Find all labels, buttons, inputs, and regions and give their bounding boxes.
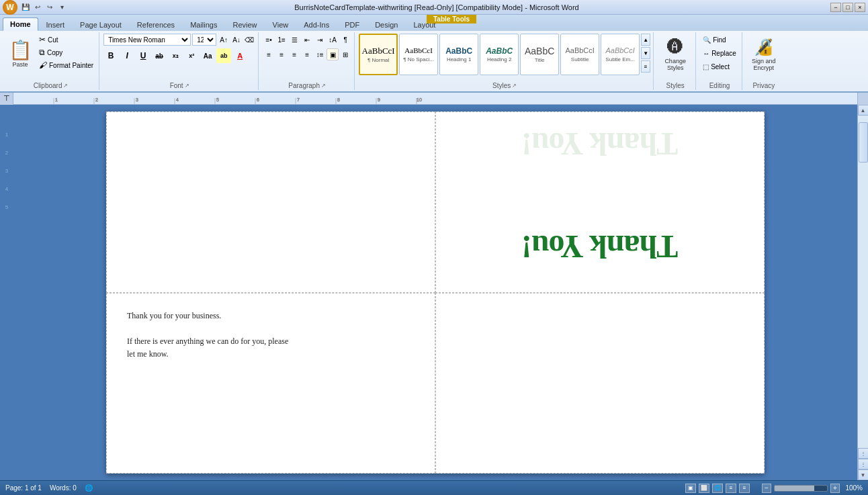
copy-button[interactable]: ⧉ Copy [36,46,96,58]
highlight-color-button[interactable]: ab [216,48,231,63]
styles-scroll-down[interactable]: ▼ [641,47,650,59]
change-case-button[interactable]: Aa [200,48,215,63]
card-cell-bottom-left[interactable]: Thank you for your business. If there is… [106,293,435,474]
style-subtitle[interactable]: AaBbCcI Subtitle [560,34,599,75]
change-styles-button[interactable]: 🅐 Change Styles [658,34,693,75]
scroll-up-button[interactable]: ▲ [858,105,869,116]
paragraph-expand-icon[interactable]: ↗ [321,83,326,89]
strikethrough-button[interactable]: ab [152,48,167,63]
styles-expand[interactable]: ≡ [641,60,650,73]
paste-button[interactable]: 📋 Paste [5,34,35,75]
styles-scroll-up[interactable]: ▲ [641,34,650,46]
draft-view[interactable]: ≡ [739,484,750,493]
zoom-in-button[interactable]: + [830,484,840,493]
sign-encrypt-button[interactable]: 🔏 Sign and Encrypt [746,34,781,75]
font-size-select[interactable]: 12 [192,34,216,46]
font-expand-icon[interactable]: ↗ [185,83,189,89]
increase-indent-button[interactable]: ⇥ [314,34,326,46]
card-cell-bottom-right[interactable] [435,293,765,474]
styles-expand-icon[interactable]: ↗ [512,83,517,89]
italic-button[interactable]: I [120,48,134,63]
font-name-select[interactable]: Times New Roman [103,34,191,46]
subscript-button[interactable]: x₂ [168,48,183,63]
scroll-small-buttons: ⋮ ⋮ [858,448,869,469]
superscript-button[interactable]: x² [184,48,199,63]
tab-references[interactable]: References [130,17,182,31]
tab-page-layout[interactable]: Page Layout [73,17,129,31]
replace-button[interactable]: ↔ Replace [700,47,739,59]
align-left-button[interactable]: ≡ [263,48,275,60]
tab-addins[interactable]: Add-Ins [296,17,337,31]
style-heading1-preview: AaBbC [445,46,472,56]
justify-button[interactable]: ≡ [301,48,313,60]
full-screen-view[interactable]: ⬜ [699,484,709,493]
bullets-button[interactable]: ≡• [263,34,275,46]
select-button[interactable]: ⬚ Select [700,60,732,73]
main-area: 1 2 3 4 5 Thank You! Thank You! [0,105,868,480]
style-no-spacing[interactable]: AaBbCcI ¶ No Spaci... [399,34,438,75]
minimize-button[interactable]: − [830,3,841,12]
clear-format-button[interactable]: ⌫ [243,34,255,46]
tab-view[interactable]: View [265,17,296,31]
vertical-scrollbar: ▲ ⋮ ⋮ ▼ [857,105,868,480]
qa-dropdown[interactable]: ▾ [56,2,67,13]
maximize-button[interactable]: □ [842,3,853,12]
tab-pdf[interactable]: PDF [337,17,367,31]
style-title[interactable]: AaBbC Title [520,34,559,75]
show-hide-button[interactable]: ¶ [339,34,351,46]
format-painter-button[interactable]: 🖌 Format Painter [36,59,96,71]
paragraph-label: Paragraph ↗ [263,81,351,90]
style-subtle-em[interactable]: AaBbCcI Subtle Em... [601,34,640,75]
card-cell-top-left[interactable] [106,111,435,293]
multilevel-button[interactable]: ☰ [288,34,300,46]
card-cell-top-right[interactable]: Thank You! Thank You! [435,111,765,293]
clipboard-expand-icon[interactable]: ↗ [63,83,68,89]
paragraph-row1: ≡• 1≡ ☰ ⇤ ⇥ ↕A ¶ [263,34,351,46]
zoom-out-button[interactable]: − [762,484,771,493]
shading-button[interactable]: ▣ [327,48,339,60]
style-normal[interactable]: AaBbCcI ¶ Normal [359,34,398,75]
sort-button[interactable]: ↕A [327,34,339,46]
scroll-down-button[interactable]: ▼ [858,469,869,480]
redo-qa-button[interactable]: ↪ [44,2,55,13]
font-group: Times New Roman 12 A↑ A↓ ⌫ B I U ab [101,32,259,90]
ruler-mode-button[interactable]: ⊤ [0,93,13,105]
style-subtitle-preview: AaBbCcI [565,46,594,55]
style-heading2[interactable]: AaBbC Heading 2 [480,34,519,75]
close-button[interactable]: × [855,3,865,12]
sign-encrypt-label: Sign and Encrypt [752,58,776,71]
outline-view[interactable]: ≡ [726,484,736,493]
save-qa-button[interactable]: 💾 [20,2,31,13]
status-left: Page: 1 of 1 Words: 0 🌐 [5,484,93,492]
cut-button[interactable]: ✂ Cut [36,34,96,46]
style-heading1[interactable]: AaBbC Heading 1 [439,34,478,75]
scroll-thumb[interactable] [859,122,868,163]
undo-qa-button[interactable]: ↩ [32,2,43,13]
tab-review[interactable]: Review [225,17,264,31]
note-card-table: Thank You! Thank You! Thank you for your… [106,111,765,474]
decrease-indent-button[interactable]: ⇤ [301,34,313,46]
tab-design[interactable]: Design [367,17,405,31]
underline-button[interactable]: U [136,48,150,63]
bold-button[interactable]: B [103,48,118,63]
scroll-page-down[interactable]: ⋮ [858,459,869,469]
line-spacing-button[interactable]: ↕≡ [314,48,326,60]
numbering-button[interactable]: 1≡ [275,34,288,46]
tab-insert[interactable]: Insert [39,17,73,31]
align-center-button[interactable]: ≡ [275,48,288,60]
office-button[interactable]: W [3,0,17,15]
scroll-page-up[interactable]: ⋮ [858,448,869,459]
tab-mailings[interactable]: Mailings [183,17,224,31]
print-layout-view[interactable]: ▣ [685,484,696,493]
style-subtle-em-preview: AaBbCcI [605,46,634,55]
web-layout-view[interactable]: 🌐 [712,484,723,493]
find-button[interactable]: 🔍 Find [700,34,728,46]
borders-button[interactable]: ⊞ [339,48,351,60]
font-color-button[interactable]: A [232,48,247,63]
align-right-button[interactable]: ≡ [288,48,300,60]
scroll-track[interactable] [858,116,869,448]
decrease-font-button[interactable]: A↓ [230,34,243,46]
tab-home[interactable]: Home [3,17,38,31]
increase-font-button[interactable]: A↑ [218,34,230,46]
zoom-slider[interactable] [774,485,828,492]
